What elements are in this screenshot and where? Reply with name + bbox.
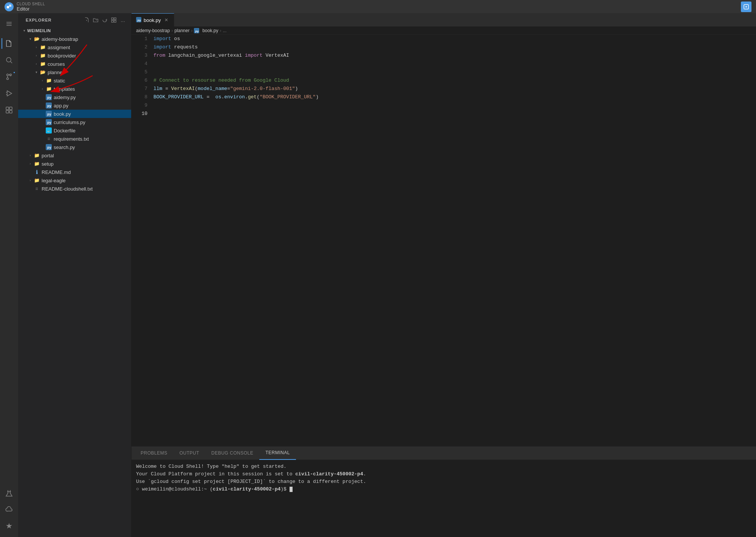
python-file-icon: py [45,102,52,109]
activity-cloud-icon[interactable] [2,502,17,517]
tree-item-templates[interactable]: › 📁 templates [18,85,131,93]
folder-open-icon: 📂 [39,69,46,76]
terminal-line-4: ○ weimeilin@cloudshell:~ (civil-clarity-… [136,486,751,493]
svg-point-6 [6,57,11,62]
top-bar-action-icon[interactable] [741,2,751,12]
collapse-btn[interactable] [110,16,118,24]
activity-source-control-icon[interactable] [2,69,17,84]
chevron-right-icon: › [39,86,45,92]
svg-text:py: py [195,29,199,33]
app-title-block: CLOUD SHELL Editor [17,2,45,12]
activity-testing-icon[interactable] [2,486,17,501]
breadcrumb-sep-1: › [171,28,173,33]
breadcrumb-part-3: book.py [202,28,218,33]
tree-item-dockerfile[interactable]: 🐳 Dockerfile [18,126,131,135]
tree-item-courses[interactable]: › 📁 courses [18,60,131,68]
folder-icon: 📁 [45,77,52,84]
text-file-icon: ≡ [33,185,40,192]
explorer-header: EXPLORER [18,13,131,26]
ln-5: 5 [135,68,147,76]
bottom-panel: PROBLEMS OUTPUT DEBUG CONSOLE TERMINAL W… [132,446,756,537]
chevron-right-icon: › [27,177,33,183]
tree-item-book-py[interactable]: py book.py [18,110,131,118]
activity-menu-icon[interactable] [2,16,17,31]
tree-item-setup[interactable]: › 📁 setup [18,160,131,168]
terminal-line-2: Your Cloud Platform project in this sess… [136,470,751,478]
svg-rect-22 [112,18,113,20]
python-tab-icon: py [136,17,141,23]
tree-item-aidemy-py[interactable]: py aidemy.py [18,93,131,101]
ln-1: 1 [135,35,147,43]
code-line-8: BOOK_PROVIDER_URL = os.environ.get("BOOK… [153,93,756,101]
panel-tab-output[interactable]: OUTPUT [174,447,205,460]
tree-item-planner[interactable]: ▾ 📂 planner [18,68,131,76]
tree-item-aidemy-boostrap[interactable]: ▾ 📂 aidemy-boostrap [18,35,131,43]
panel-tab-terminal[interactable]: TERMINAL [259,447,296,460]
tab-close-btn[interactable]: ✕ [163,17,169,23]
code-editor[interactable]: 1 2 3 4 5 6 7 8 9 10 import os [132,35,756,446]
tree-item-portal[interactable]: › 📁 portal [18,151,131,160]
tree-item-assigment[interactable]: › 📁 assigment [18,43,131,51]
activity-run-debug-icon[interactable] [2,86,17,101]
tree-root[interactable]: ▾ WEIMEILIN [18,26,131,35]
chevron-right-icon: › [33,44,39,50]
code-line-4 [153,60,756,68]
activity-search-icon[interactable] [2,53,17,68]
tree-item-readme-cloudshell[interactable]: ≡ README-cloudshell.txt [18,185,131,193]
folder-icon: 📁 [33,177,40,184]
ln-10: 10 [135,110,147,118]
svg-text:py: py [47,146,51,149]
folder-icon: 📁 [39,61,46,67]
more-actions-btn[interactable]: ... [119,16,127,24]
new-folder-btn[interactable] [92,16,99,24]
code-line-9 [153,101,756,110]
python-file-icon: py [45,94,52,101]
folder-icon: 📁 [33,160,40,167]
activity-ai-icon[interactable] [2,519,17,534]
svg-rect-23 [114,18,116,20]
tree-item-static[interactable]: › 📁 static [18,76,131,85]
svg-text:py: py [47,121,51,124]
breadcrumb-file-icon: py [194,28,199,33]
code-line-7: llm = VertexAI(model_name="gemini-2.0-fl… [153,85,756,93]
tree-item-curriculums-py[interactable]: py curriculums.py [18,118,131,126]
tab-book-py[interactable]: py book.py ✕ [132,13,174,26]
panel-tab-debug-console[interactable]: DEBUG CONSOLE [205,447,259,460]
tree-item-app-py[interactable]: py app.py [18,101,131,110]
chevron-down-icon: ▾ [21,28,27,34]
activity-extensions-icon[interactable] [2,102,17,118]
svg-rect-1 [9,5,11,7]
folder-icon: 📁 [39,44,46,51]
chevron-right-icon: › [27,152,33,158]
tree-item-bookprovider[interactable]: › 📁 bookprovider [18,51,131,60]
text-file-icon: ≡ [45,135,52,142]
svg-rect-5 [6,25,12,26]
tree-item-readme-md[interactable]: ℹ README.md [18,168,131,176]
python-file-icon: py [45,119,52,126]
tree-item-search-py[interactable]: py search.py [18,143,131,151]
svg-rect-4 [6,23,12,24]
code-content[interactable]: import os import requests from langchain… [150,35,756,446]
folder-icon: 📁 [45,85,52,92]
code-line-3: from langchain_google_vertexai import Ve… [153,51,756,60]
new-file-btn[interactable] [83,16,90,24]
activity-explorer-icon[interactable] [2,36,17,51]
folder-icon: 📁 [33,152,40,159]
chevron-right-icon: › [33,61,39,67]
explorer-actions: ... [83,16,127,24]
refresh-btn[interactable] [101,16,108,24]
terminal-content[interactable]: Welcome to Cloud Shell! Type "help" to g… [132,460,756,537]
tree-item-legal-eagle[interactable]: › 📁 legal-eagle [18,176,131,185]
panel-tabs: PROBLEMS OUTPUT DEBUG CONSOLE TERMINAL [132,447,756,460]
panel-tab-problems[interactable]: PROBLEMS [135,447,174,460]
svg-text:py: py [47,112,51,116]
terminal-line-1: Welcome to Cloud Shell! Type "help" to g… [136,463,751,470]
line-numbers: 1 2 3 4 5 6 7 8 9 10 [132,35,150,446]
chevron-right-icon: › [39,78,45,84]
svg-line-7 [11,62,12,64]
svg-rect-16 [9,110,12,113]
ln-2: 2 [135,43,147,51]
terminal-line-3: Use `gcloud config set project [PROJECT_… [136,478,751,486]
tree-item-requirements-txt[interactable]: ≡ requirements.txt [18,135,131,143]
breadcrumb-part-1: aidemy-boostrap [136,28,170,33]
